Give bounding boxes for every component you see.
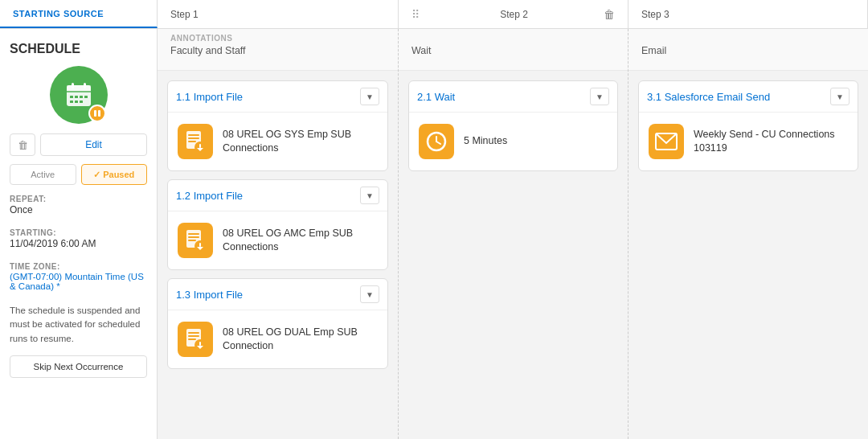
- svg-rect-21: [188, 233, 199, 235]
- timezone-value: (GMT-07:00) Mountain Time (US & Canada) …: [10, 272, 147, 291]
- step3-column: ANNOTATIONS Email 3.1 Salesforce Email S…: [628, 29, 868, 439]
- svg-rect-14: [188, 134, 199, 136]
- svg-rect-18: [199, 144, 201, 148]
- step1-card-2: 1.2 Import File ▼ 08 UREL OG AMC Emp SUB…: [167, 179, 388, 270]
- card-header: 3.1 Salesforce Email Send ▼: [639, 81, 858, 113]
- svg-rect-25: [199, 243, 201, 247]
- card-text: 08 UREL OG AMC Emp SUB Connections: [223, 227, 378, 255]
- annotations-label: ANNOTATIONS: [170, 34, 385, 43]
- card-title: 1.1 Import File: [176, 91, 243, 103]
- drag-handle-icon: ⠿: [411, 8, 420, 21]
- step2-label: Step 2: [500, 9, 528, 20]
- card-title: 3.1 Salesforce Email Send: [647, 91, 770, 103]
- step3-label: Step 3: [641, 9, 669, 20]
- svg-rect-7: [75, 96, 78, 98]
- steps-area: ANNOTATIONS Faculty and Staff 1.1 Import…: [158, 29, 868, 439]
- step3-annotations-value: Email: [641, 45, 855, 56]
- card-text: 08 UREL OG DUAL Emp SUB Connection: [223, 326, 378, 354]
- svg-rect-5: [84, 83, 86, 88]
- card-body: 08 UREL OG AMC Emp SUB Connections: [168, 211, 387, 269]
- starting-section: STARTING: 11/04/2019 6:00 AM: [10, 228, 147, 256]
- svg-rect-2: [67, 85, 91, 92]
- active-button[interactable]: Active: [10, 164, 76, 185]
- card-body: 08 UREL OG SYS Emp SUB Connections: [168, 113, 387, 170]
- delete-button[interactable]: 🗑: [10, 133, 35, 156]
- card-body: 08 UREL OG DUAL Emp SUB Connection: [168, 310, 387, 368]
- edit-label: Edit: [85, 139, 102, 150]
- svg-rect-29: [188, 335, 199, 337]
- step1-label: Step 1: [170, 9, 199, 20]
- card-dropdown-button[interactable]: ▼: [360, 88, 379, 105]
- svg-line-36: [436, 142, 440, 144]
- pause-icon: [94, 110, 100, 117]
- card-title: 2.1 Wait: [417, 91, 455, 103]
- step1-column: ANNOTATIONS Faculty and Staff 1.1 Import…: [158, 29, 399, 439]
- step2-column: ANNOTATIONS Wait 2.1 Wait ▼ 5 Minutes: [399, 29, 628, 439]
- svg-rect-16: [188, 141, 196, 142]
- starting-label: STARTING:: [10, 228, 147, 237]
- step3-annotations: ANNOTATIONS Email: [628, 29, 868, 71]
- wait-icon: [419, 124, 454, 159]
- step3-cards-area: 3.1 Salesforce Email Send ▼ Weekly Send …: [628, 71, 868, 439]
- header-row: STARTING SOURCE Step 1 ⠿ Step 2 🗑 Step 3: [0, 0, 868, 29]
- delete-step2-icon[interactable]: 🗑: [604, 8, 615, 21]
- suspend-message: The schedule is suspended and must be ac…: [10, 304, 147, 346]
- step1-card-1: 1.1 Import File ▼ 08 UREL OG SYS Emp SUB…: [167, 80, 388, 171]
- skip-next-label: Skip Next Occurrence: [34, 362, 124, 371]
- repeat-section: REPEAT: Once: [10, 195, 147, 222]
- import-file-icon: [178, 322, 213, 357]
- step2-card-1: 2.1 Wait ▼ 5 Minutes: [408, 80, 618, 171]
- step2-header: ⠿ Step 2 🗑: [399, 0, 628, 28]
- starting-source-header: STARTING SOURCE: [0, 0, 158, 28]
- paused-button[interactable]: ✓ Paused: [81, 164, 148, 185]
- svg-rect-30: [188, 338, 196, 340]
- svg-rect-11: [75, 101, 78, 103]
- card-dropdown-button[interactable]: ▼: [360, 187, 379, 204]
- card-header: 2.1 Wait ▼: [409, 81, 617, 113]
- step1-cards-area: 1.1 Import File ▼ 08 UREL OG SYS Emp SUB…: [158, 71, 398, 439]
- active-label: Active: [31, 170, 55, 179]
- step1-header: Step 1: [158, 0, 399, 28]
- card-dropdown-button[interactable]: ▼: [360, 285, 379, 303]
- step3-card-1: 3.1 Salesforce Email Send ▼ Weekly Send …: [638, 80, 858, 171]
- svg-rect-4: [72, 83, 74, 88]
- repeat-value: Once: [10, 204, 147, 215]
- sidebar: SCHEDULE: [0, 29, 158, 439]
- checkmark-icon: ✓: [93, 170, 100, 180]
- skip-next-button[interactable]: Skip Next Occurrence: [10, 355, 147, 378]
- import-file-icon: [178, 124, 213, 159]
- pause-badge: [88, 105, 106, 122]
- svg-rect-32: [199, 342, 201, 346]
- paused-label: Paused: [103, 170, 134, 179]
- repeat-label: REPEAT:: [10, 195, 147, 203]
- timezone-label: TIME ZONE:: [10, 262, 147, 271]
- edit-button[interactable]: Edit: [40, 133, 147, 156]
- step1-annotations-value: Faculty and Staff: [170, 45, 385, 56]
- card-title: 1.2 Import File: [176, 190, 243, 202]
- step2-annotations-value: Wait: [411, 45, 615, 56]
- card-header: 1.2 Import File ▼: [168, 180, 387, 211]
- starting-value: 11/04/2019 6:00 AM: [10, 238, 147, 249]
- card-text: 5 Minutes: [464, 134, 507, 149]
- svg-rect-12: [80, 101, 83, 103]
- card-text: 08 UREL OG SYS Emp SUB Connections: [223, 128, 378, 156]
- import-file-icon: [178, 223, 213, 258]
- svg-rect-28: [188, 332, 199, 334]
- timezone-section: TIME ZONE: (GMT-07:00) Mountain Time (US…: [10, 262, 147, 297]
- card-dropdown-button[interactable]: ▼: [830, 88, 850, 105]
- starting-source-label: STARTING SOURCE: [13, 9, 104, 18]
- schedule-icon-wrap: [50, 66, 108, 124]
- card-header: 1.3 Import File ▼: [168, 279, 387, 310]
- card-body: Weekly Send - CU Connections 103119: [639, 113, 858, 170]
- step2-annotations: ANNOTATIONS Wait: [399, 29, 628, 71]
- schedule-title: SCHEDULE: [10, 42, 80, 56]
- status-row: Active ✓ Paused: [10, 164, 147, 185]
- card-body: 5 Minutes: [409, 113, 617, 170]
- step1-card-3: 1.3 Import File ▼ 08 UREL OG DUAL Emp SU…: [167, 278, 388, 369]
- svg-rect-22: [188, 236, 199, 238]
- step2-cards-area: 2.1 Wait ▼ 5 Minutes: [399, 71, 628, 439]
- svg-rect-9: [84, 96, 88, 98]
- svg-rect-6: [70, 96, 73, 98]
- calendar-icon: [63, 80, 94, 110]
- card-dropdown-button[interactable]: ▼: [590, 88, 609, 105]
